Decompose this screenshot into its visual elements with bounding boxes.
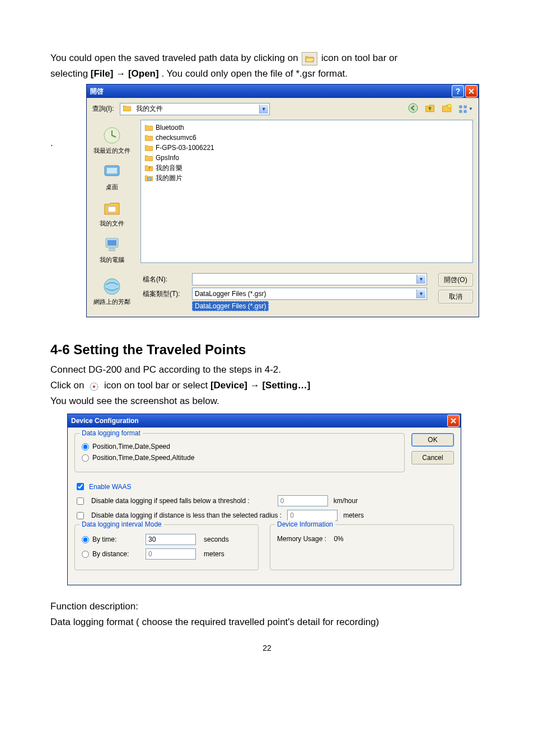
file-list[interactable]: Bluetooth checksumvc6 F-GPS-03-1006221 G… [140, 120, 473, 263]
checkbox-label: Enable WAAS [89, 483, 132, 491]
open-file-dialog: 開啓 ? 查詢(I): 我的文件 ▼ [86, 84, 479, 317]
place-label: 網路上的芳鄰 [93, 298, 130, 306]
place-label: 我最近的文件 [93, 147, 130, 155]
text-bold: [Device] → [Setting…] [210, 380, 311, 391]
text: selecting [50, 68, 91, 79]
places-network[interactable]: 網路上的芳鄰 [90, 273, 134, 308]
setting-icon [89, 381, 99, 391]
folder-icon [144, 143, 153, 152]
places-documents[interactable]: 我的文件 [90, 195, 134, 230]
svg-rect-12 [109, 248, 115, 251]
look-in-value: 我的文件 [136, 104, 163, 114]
places-desktop[interactable]: 桌面 [90, 158, 134, 194]
svg-rect-13 [147, 177, 151, 180]
by-distance-input[interactable]: 0 [146, 548, 196, 560]
page-number: 22 [50, 644, 484, 652]
close-button[interactable] [465, 85, 477, 97]
text: Connect DG-200 and PC according to the s… [50, 362, 484, 378]
distance-radius-input[interactable]: 0 [287, 510, 338, 521]
text: Function description: [50, 599, 484, 614]
device-configuration-dialog: Device Configuration Data logging format… [67, 414, 461, 585]
text: icon on tool bar or select [104, 380, 210, 391]
close-button[interactable] [447, 415, 460, 427]
svg-rect-5 [464, 110, 467, 112]
desktop-icon [101, 161, 123, 183]
help-button[interactable]: ? [452, 85, 464, 97]
unit-label: seconds [204, 536, 229, 543]
places-computer[interactable]: 我的電腦 [90, 231, 134, 266]
ok-button[interactable]: OK [411, 433, 454, 447]
radio-label: By distance: [92, 550, 129, 558]
svg-point-0 [409, 104, 418, 112]
filetype-select[interactable]: DataLogger Files (*.gsr) ▼ [192, 288, 427, 300]
list-item[interactable]: GpsInfo [144, 153, 469, 163]
titlebar[interactable]: 開啓 ? [87, 84, 479, 98]
svg-point-16 [93, 385, 96, 388]
file-name: GpsInfo [156, 154, 179, 162]
format-radio-basic[interactable] [82, 443, 89, 450]
open-folder-icon [302, 52, 317, 65]
chevron-down-icon: ▼ [416, 289, 425, 298]
disable-speed-checkbox[interactable] [77, 497, 84, 505]
cancel-button[interactable]: 取消 [438, 290, 473, 303]
documents-icon [101, 197, 123, 219]
filename-input[interactable]: ▼ [192, 273, 427, 285]
list-item[interactable]: 我的音樂 [144, 163, 469, 173]
text-bold: [File] → [Open] [91, 68, 159, 79]
memory-usage-value: 0% [334, 535, 343, 543]
radio-label: By time: [92, 536, 116, 543]
up-folder-icon[interactable] [424, 102, 435, 115]
list-item[interactable]: 我的圖片 [144, 173, 469, 183]
unit-label: meters [204, 550, 224, 558]
file-name: 我的圖片 [156, 173, 182, 183]
music-folder-icon [144, 163, 153, 172]
look-in-select[interactable]: 我的文件 ▼ [120, 103, 270, 115]
text: . [50, 138, 53, 149]
speed-threshold-input[interactable]: 0 [278, 495, 328, 506]
close-icon [450, 417, 457, 424]
text: Data logging format ( choose the require… [50, 614, 484, 630]
disable-distance-checkbox[interactable] [77, 512, 84, 519]
data-logging-format-group: Data logging format Position,Time,Date,S… [74, 433, 405, 472]
interval-mode-group: Data logging interval Mode By time: 30 s… [74, 524, 259, 570]
unit-label: km/hour [334, 497, 358, 505]
enable-waas-checkbox[interactable] [77, 483, 84, 490]
places-recent[interactable]: 我最近的文件 [90, 122, 134, 157]
folder-icon [144, 133, 153, 142]
titlebar[interactable]: Device Configuration [68, 414, 461, 428]
filetype-option[interactable]: DataLogger Files (*.gsr) [192, 301, 269, 311]
svg-rect-2 [459, 105, 462, 108]
text: icon on tool bar or [321, 53, 397, 63]
list-item[interactable]: Bluetooth [144, 123, 469, 133]
text: Click on [50, 380, 87, 391]
svg-point-1 [448, 104, 452, 108]
group-title: Data logging interval Mode [79, 520, 164, 528]
group-title: Data logging format [79, 429, 143, 437]
group-title: Device Information [275, 520, 335, 528]
folder-icon [123, 104, 132, 114]
format-radio-altitude[interactable] [82, 454, 89, 462]
checkbox-label: Disable data logging if speed falls belo… [91, 497, 250, 505]
filename-label: 檔名(N): [143, 275, 188, 284]
new-folder-icon[interactable] [441, 102, 452, 115]
section-heading: 4-6 Setting the Traveled Points [50, 342, 484, 358]
radio-label: Position,Time,Date,Speed [92, 443, 170, 450]
pictures-folder-icon [144, 173, 153, 182]
dialog-title: Device Configuration [71, 417, 139, 425]
cancel-button[interactable]: Cancel [411, 451, 454, 464]
svg-rect-8 [107, 168, 117, 173]
by-time-input[interactable]: 30 [146, 534, 196, 545]
chevron-down-icon: ▼ [259, 105, 268, 114]
view-menu-icon[interactable]: ▼ [458, 104, 473, 114]
back-icon[interactable] [407, 102, 419, 115]
list-item[interactable]: F-GPS-03-1006221 [144, 143, 469, 153]
open-button[interactable]: 開啓(O) [438, 273, 473, 287]
by-distance-radio[interactable] [82, 551, 89, 558]
by-time-radio[interactable] [82, 536, 89, 543]
network-icon [101, 275, 123, 298]
list-item[interactable]: checksumvc6 [144, 133, 469, 143]
text: . You could only open the file of *.gsr … [161, 68, 348, 79]
svg-rect-4 [459, 110, 462, 112]
place-label: 桌面 [106, 183, 118, 191]
svg-rect-9 [108, 206, 116, 212]
